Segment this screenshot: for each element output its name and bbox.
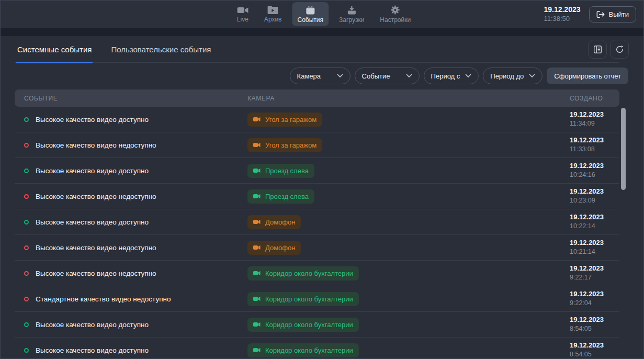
created-date: 19.12.2023 xyxy=(570,316,610,324)
table-row[interactable]: Стандартное качество видео недоступно Ко… xyxy=(15,286,619,312)
camera-name: Угол за гаражом xyxy=(265,116,317,124)
camera-cell: Коридор около бухгалтерии xyxy=(247,266,570,281)
status-dot xyxy=(24,220,29,225)
nav-item-settings[interactable]: Настройки xyxy=(375,2,416,26)
nav-label: Live xyxy=(237,16,248,23)
status-dot xyxy=(24,245,29,250)
event-filter-dropdown[interactable]: Событие xyxy=(355,68,420,84)
nav-item-downloads[interactable]: Загрузки xyxy=(334,2,369,26)
status-dot xyxy=(24,297,29,301)
camera-cell: Домофон xyxy=(247,241,570,255)
table-row[interactable]: Высокое качество видео доступно Домофон … xyxy=(15,209,619,235)
nav-item-events[interactable]: События xyxy=(292,2,329,26)
camera-badge: Проезд слева xyxy=(247,164,314,178)
camera-name: Коридор около бухгалтерии xyxy=(265,295,353,303)
refresh-button[interactable] xyxy=(610,40,629,59)
table-row[interactable]: Высокое качество видео недоступно Коридо… xyxy=(15,261,619,286)
logout-icon xyxy=(596,10,605,18)
created-cell: 19.12.2023 9:22:17 xyxy=(570,264,610,282)
event-cell: Стандартное качество видео недоступно xyxy=(24,295,247,303)
table-row[interactable]: Высокое качество видео доступно Коридор … xyxy=(15,312,619,338)
created-cell: 19.12.2023 10:22:14 xyxy=(570,213,610,230)
tab-label: Пользовательские события xyxy=(111,45,211,54)
archive-folder-icon xyxy=(268,6,278,14)
chevron-down-icon xyxy=(337,74,343,78)
column-header-event: СОБЫТИЕ xyxy=(24,95,247,102)
status-dot xyxy=(24,348,29,353)
created-date: 19.12.2023 xyxy=(570,290,610,299)
column-header-created: СОЗДАНО xyxy=(570,95,610,102)
datetime: 19.12.2023 11:38:50 xyxy=(544,5,580,23)
camera-name: Домофон xyxy=(265,218,295,226)
created-cell: 19.12.2023 8:54:05 xyxy=(570,341,610,358)
camera-badge: Угол за гаражом xyxy=(247,138,322,152)
tab-system-events[interactable]: Системные события xyxy=(17,36,92,62)
video-camera-icon xyxy=(237,6,248,14)
event-cell: Высокое качество видео недоступно xyxy=(24,141,247,149)
tab-user-events[interactable]: Пользовательские события xyxy=(111,36,211,62)
table-row[interactable]: Высокое качество видео доступно Угол за … xyxy=(15,107,619,132)
content: Системные события Пользовательские событ… xyxy=(1,36,643,359)
journal-button[interactable] xyxy=(588,40,607,59)
chevron-down-icon xyxy=(465,74,471,78)
created-date: 19.12.2023 xyxy=(570,136,610,145)
filters-bar: Камера Событие Период с Период до Сформи… xyxy=(15,68,628,84)
created-time: 10:23:09 xyxy=(570,196,610,205)
created-time: 8:54:05 xyxy=(570,324,610,333)
camera-name: Коридор около бухгалтерии xyxy=(265,346,353,354)
camera-cell: Угол за гаражом xyxy=(247,113,570,127)
status-dot xyxy=(24,322,29,327)
logout-label: Выйти xyxy=(609,10,629,18)
dropdown-label: Период до xyxy=(490,72,524,80)
table-row[interactable]: Высокое качество видео недоступно Угол з… xyxy=(15,132,619,158)
event-cell: Высокое качество видео доступно xyxy=(24,167,247,175)
camera-name: Проезд слева xyxy=(265,193,309,200)
nav-item-live[interactable]: Live xyxy=(232,2,254,26)
tab-label: Системные события xyxy=(17,45,92,54)
created-time: 10:24:16 xyxy=(570,171,610,179)
status-dot xyxy=(24,143,29,148)
scrollbar-thumb[interactable] xyxy=(621,108,626,190)
nav-label: События xyxy=(297,16,323,24)
camera-icon xyxy=(253,194,261,199)
created-cell: 19.12.2023 8:54:05 xyxy=(570,316,610,333)
table-row[interactable]: Высокое качество видео доступно Проезд с… xyxy=(15,158,619,184)
camera-filter-dropdown[interactable]: Камера xyxy=(290,68,351,84)
event-label: Высокое качество видео доступно xyxy=(36,167,149,175)
event-cell: Высокое качество видео доступно xyxy=(24,116,247,124)
nav-label: Настройки xyxy=(380,16,411,24)
column-header-camera: КАМЕРА xyxy=(247,95,570,102)
event-cell: Высокое качество видео доступно xyxy=(24,346,247,354)
chevron-down-icon xyxy=(406,74,412,78)
event-cell: Высокое качество видео недоступно xyxy=(24,244,247,252)
table-row[interactable]: Высокое качество видео недоступно Проезд… xyxy=(15,184,619,209)
table-body: Высокое качество видео доступно Угол за … xyxy=(15,107,619,359)
event-cell: Высокое качество видео недоступно xyxy=(24,270,247,277)
created-date: 19.12.2023 xyxy=(570,264,610,273)
generate-report-button[interactable]: Сформировать отчет xyxy=(547,68,628,84)
event-label: Высокое качество видео недоступно xyxy=(36,193,156,200)
table-row[interactable]: Высокое качество видео доступно Коридор … xyxy=(15,338,619,359)
table-row[interactable]: Высокое качество видео недоступно Домофо… xyxy=(15,235,619,261)
period-from-dropdown[interactable]: Период с xyxy=(424,68,479,84)
created-cell: 19.12.2023 11:34:09 xyxy=(570,110,610,128)
camera-icon xyxy=(253,219,261,225)
camera-icon xyxy=(253,347,261,353)
download-icon xyxy=(347,6,356,15)
nav-item-archive[interactable]: Архив xyxy=(259,2,287,26)
camera-cell: Коридор около бухгалтерии xyxy=(247,318,570,332)
refresh-icon xyxy=(615,45,624,54)
logout-button[interactable]: Выйти xyxy=(589,6,637,23)
camera-cell: Проезд слева xyxy=(247,189,570,204)
camera-cell: Коридор около бухгалтерии xyxy=(247,292,570,306)
camera-name: Коридор около бухгалтерии xyxy=(265,321,353,329)
period-to-dropdown[interactable]: Период до xyxy=(483,68,543,84)
created-time: 11:34:09 xyxy=(570,119,610,128)
status-dot xyxy=(24,271,29,276)
camera-icon xyxy=(253,296,261,301)
nav-label: Архив xyxy=(264,16,282,23)
status-dot xyxy=(24,169,29,173)
created-cell: 19.12.2023 10:23:09 xyxy=(570,187,610,205)
divider-strip xyxy=(1,28,643,36)
event-cell: Высокое качество видео недоступно xyxy=(24,193,247,200)
